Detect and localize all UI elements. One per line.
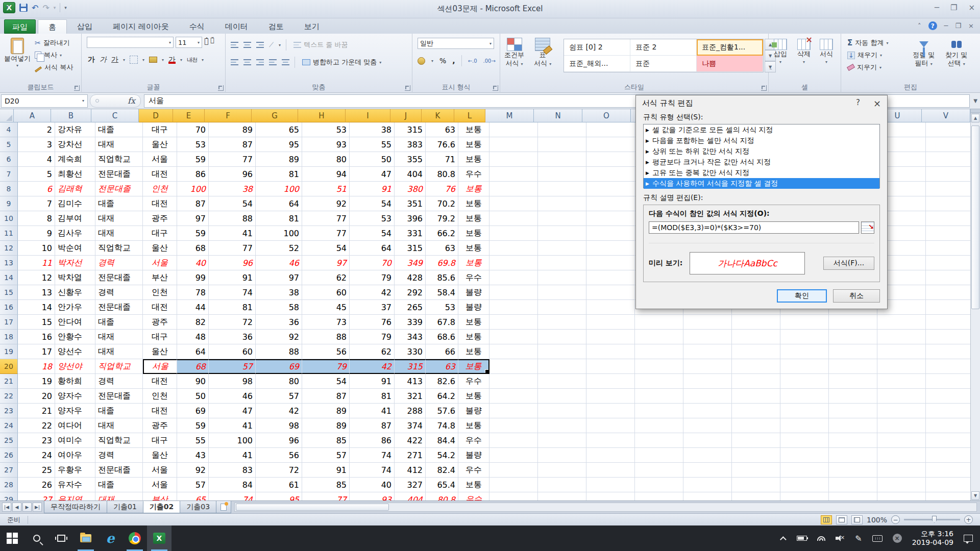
cell-P24[interactable] [635,418,683,433]
cell-D10[interactable]: 광주 [143,211,177,226]
cell-G10[interactable]: 81 [256,211,302,226]
cell-G14[interactable]: 97 [256,270,302,285]
row-header-27[interactable]: 27 [0,463,18,478]
cell-A17[interactable]: 15 [18,315,55,330]
cell-A4[interactable]: 2 [18,122,55,137]
cell-E6[interactable]: 59 [177,152,209,167]
cell-B13[interactable]: 박자선 [55,256,95,270]
cell-T21[interactable] [829,374,877,389]
row-header-23[interactable]: 23 [0,404,18,418]
cell-D29[interactable]: 부산 [143,492,177,500]
cell-F25[interactable]: 100 [209,433,256,448]
cell-P22[interactable] [635,389,683,404]
tray-close-icon[interactable]: × [893,534,902,543]
split-handle[interactable] [971,109,980,113]
cell-T29[interactable] [829,492,877,500]
cell-N17[interactable] [538,315,586,330]
cell-N4[interactable] [538,122,586,137]
cell-C11[interactable]: 대재 [95,226,143,241]
style-item[interactable]: 나쁨 [697,56,763,72]
cell-C24[interactable]: 대재 [95,418,143,433]
cell-K16[interactable]: 53 [426,300,458,315]
cell-G24[interactable]: 98 [256,418,302,433]
cell-C15[interactable]: 경력 [95,285,143,300]
cell-I22[interactable]: 81 [350,389,395,404]
cell-O29[interactable] [586,492,635,500]
cell-C27[interactable]: 전문대졸 [95,463,143,478]
italic-icon[interactable]: 가 [100,55,107,64]
cell-T19[interactable] [829,344,877,359]
rule-type-item[interactable]: ▶셀 값을 기준으로 모든 셀의 서식 지정 [644,124,879,135]
cell-G21[interactable]: 80 [256,374,302,389]
cell-B11[interactable]: 김사우 [55,226,95,241]
increase-indent-icon[interactable] [282,59,289,65]
cell-D7[interactable]: 대전 [143,167,177,182]
name-box[interactable]: D20▾ [1,94,88,108]
style-item[interactable]: 표준_컴활1... [697,39,763,56]
cell-N16[interactable] [538,300,586,315]
cell-M10[interactable] [489,211,538,226]
cell-H21[interactable]: 54 [302,374,350,389]
book-restore-icon[interactable]: ❐ [955,22,961,30]
autosum-button[interactable]: Σ자동 합계▾ [845,37,890,49]
cell-I10[interactable]: 53 [350,211,395,226]
cell-E5[interactable]: 53 [177,137,209,152]
cell-C5[interactable]: 대재 [95,137,143,152]
cell-E14[interactable]: 99 [177,270,209,285]
cell-H12[interactable]: 54 [302,241,350,256]
percent-icon[interactable]: % [439,57,446,65]
cell-B20[interactable]: 양선야 [55,359,95,374]
cell-I26[interactable]: 74 [350,448,395,463]
cell-C18[interactable]: 대재 [95,330,143,344]
column-header-B[interactable]: B [51,109,91,122]
cell-N15[interactable] [538,285,586,300]
cell-F27[interactable]: 83 [209,463,256,478]
cell-K14[interactable]: 85.6 [426,270,458,285]
cell-C21[interactable]: 경력 [95,374,143,389]
cell-C22[interactable]: 전문대졸 [95,389,143,404]
zoom-slider-thumb[interactable] [932,516,937,523]
cell-H24[interactable]: 89 [302,418,350,433]
cell-A29[interactable]: 27 [18,492,55,500]
copy-button[interactable]: 복사▾ [33,49,75,61]
cell-V25[interactable] [926,433,970,448]
cell-A25[interactable]: 23 [18,433,55,448]
cell-J24[interactable]: 374 [395,418,426,433]
cell-J7[interactable]: 404 [395,167,426,182]
cell-E18[interactable]: 48 [177,330,209,344]
align-bottom-icon[interactable] [256,42,264,48]
cell-H25[interactable]: 85 [302,433,350,448]
column-header-H[interactable]: H [298,109,346,122]
cell-K10[interactable]: 79.2 [426,211,458,226]
cell-J14[interactable]: 428 [395,270,426,285]
cell-V27[interactable] [926,463,970,478]
cell-Q28[interactable] [683,478,732,492]
file-explorer-button[interactable] [74,525,98,551]
cell-V22[interactable] [926,389,970,404]
cell-O13[interactable] [586,256,635,270]
column-header-V[interactable]: V [922,109,970,122]
cell-S28[interactable] [780,478,829,492]
cell-C25[interactable]: 직업학교 [95,433,143,448]
cell-F29[interactable]: 74 [209,492,256,500]
cell-L7[interactable]: 우수 [458,167,489,182]
cell-A16[interactable]: 14 [18,300,55,315]
cell-F20[interactable]: 57 [209,359,256,374]
cell-J27[interactable]: 412 [395,463,426,478]
cell-A19[interactable]: 17 [18,344,55,359]
font-size-combo[interactable]: 11▾ [176,37,202,48]
cell-H23[interactable]: 89 [302,404,350,418]
cell-D18[interactable]: 대구 [143,330,177,344]
cell-R20[interactable] [732,359,780,374]
cell-A27[interactable]: 25 [18,463,55,478]
bold-icon[interactable]: 가 [88,55,95,64]
cell-T28[interactable] [829,478,877,492]
cell-T26[interactable] [829,448,877,463]
cell-H9[interactable]: 92 [302,196,350,211]
cell-J18[interactable]: 343 [395,330,426,344]
align-middle-icon[interactable] [243,42,251,48]
cell-V29[interactable] [926,492,970,500]
align-center-icon[interactable] [243,59,251,65]
cell-N25[interactable] [538,433,586,448]
cell-A13[interactable]: 11 [18,256,55,270]
